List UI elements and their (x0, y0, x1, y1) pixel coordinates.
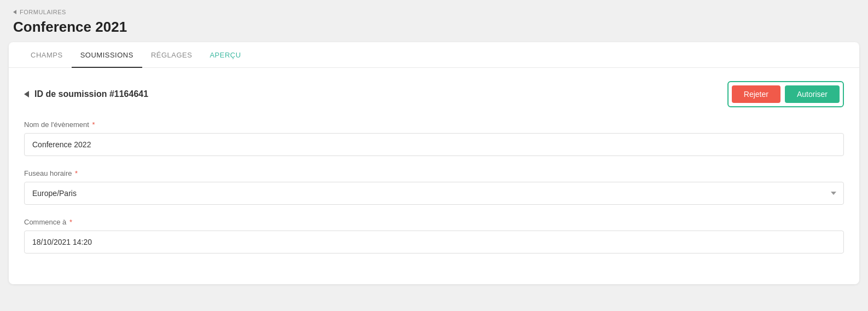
starts-at-label: Commence à * (24, 218, 844, 226)
tab-champs[interactable]: CHAMPS (22, 42, 72, 68)
reject-button[interactable]: Rejeter (732, 85, 780, 103)
event-name-input[interactable] (24, 133, 844, 156)
action-buttons-container: Rejeter Autoriser (727, 81, 844, 107)
starts-at-group: Commence à * (24, 218, 844, 254)
event-name-required: * (90, 120, 95, 129)
breadcrumb-label: FORMULAIRES (20, 9, 66, 15)
page-header: FORMULAIRES Conference 2021 (0, 0, 868, 42)
timezone-select-wrapper: Europe/Paris America/New_York UTC (24, 182, 844, 205)
breadcrumb-back-icon[interactable] (13, 10, 16, 14)
timezone-group: Fuseau horaire * Europe/Paris America/Ne… (24, 169, 844, 205)
authorize-button[interactable]: Autoriser (785, 85, 840, 103)
submission-id-row: ID de soumission #1164641 (24, 89, 148, 99)
event-name-label: Nom de l'évènement * (24, 120, 844, 129)
timezone-required: * (73, 169, 78, 177)
card-body: ID de soumission #1164641 Rejeter Autori… (9, 68, 859, 284)
tab-reglages[interactable]: RÉGLAGES (142, 42, 201, 68)
timezone-label: Fuseau horaire * (24, 169, 844, 177)
starts-at-input[interactable] (24, 231, 844, 254)
tab-apercu[interactable]: APERÇU (201, 42, 249, 68)
tabs-bar: CHAMPS SOUMISSIONS RÉGLAGES APERÇU (9, 42, 859, 68)
submission-back-icon[interactable] (24, 91, 29, 97)
event-name-group: Nom de l'évènement * (24, 120, 844, 156)
main-card: CHAMPS SOUMISSIONS RÉGLAGES APERÇU ID de… (9, 42, 859, 284)
page-title: Conference 2021 (13, 19, 855, 36)
submission-id-text: ID de soumission #1164641 (34, 89, 148, 99)
breadcrumb[interactable]: FORMULAIRES (13, 9, 855, 15)
submission-header: ID de soumission #1164641 Rejeter Autori… (24, 81, 844, 107)
starts-at-required: * (67, 218, 72, 226)
timezone-select[interactable]: Europe/Paris America/New_York UTC (24, 182, 844, 205)
tab-soumissions[interactable]: SOUMISSIONS (72, 42, 142, 68)
